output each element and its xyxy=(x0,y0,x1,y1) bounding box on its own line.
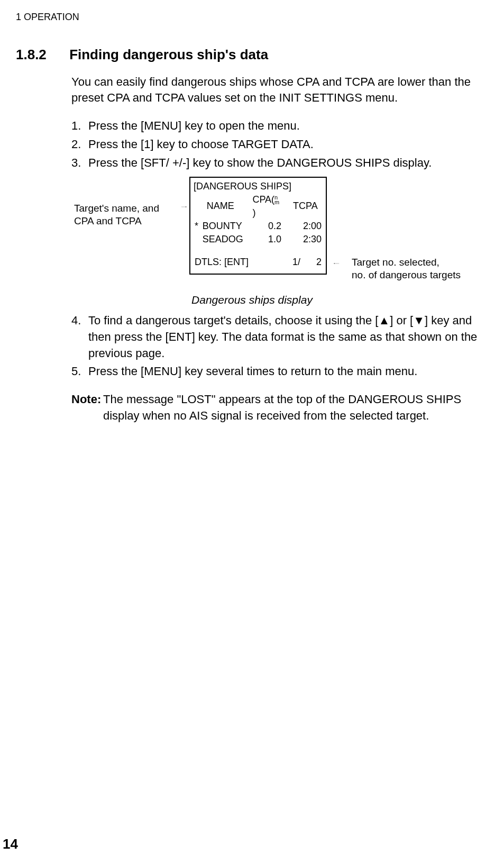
table-header-row: NAME CPA(nm) TCPA xyxy=(194,193,323,220)
intro-paragraph: You can easily find dangerous ships whos… xyxy=(71,74,488,107)
header-cpa: CPA(nm) xyxy=(251,193,292,220)
chapter-header: 1 OPERATION xyxy=(16,11,488,24)
cpa-unit: nm xyxy=(274,195,279,205)
footer-pages: 1/ 2 xyxy=(292,256,322,269)
screen-title: [DANGEROUS SHIPS] xyxy=(194,180,323,193)
list-item: 1. Press the [MENU] key to open the menu… xyxy=(71,118,488,134)
list-item: 5. Press the [MENU] key several times to… xyxy=(71,363,488,380)
step-number: 4. xyxy=(71,313,88,361)
dangerous-ships-screen: [DANGEROUS SHIPS] NAME CPA(nm) TCPA * BO… xyxy=(189,177,327,275)
note-text: The message "LOST" appears at the top of… xyxy=(103,392,488,424)
step-number: 3. xyxy=(71,155,88,171)
footer-page: 1/ xyxy=(292,257,300,267)
arrow-right-icon xyxy=(323,263,350,264)
callout-left-line1: Target's name, and xyxy=(74,203,159,214)
step-number: 1. xyxy=(71,118,88,134)
header-star xyxy=(194,193,201,220)
list-item: 3. Press the [SFT/ +/-] key to show the … xyxy=(71,155,488,171)
list-item: 4. To find a dangerous target's details,… xyxy=(71,313,488,361)
table-row: * BOUNTY 0.2 2:00 xyxy=(194,220,323,233)
header-tcpa: TCPA xyxy=(292,193,323,220)
svg-marker-1 xyxy=(186,206,187,207)
footer-dtls: DTLS: [ENT] xyxy=(195,256,249,269)
step-text: To find a dangerous target's details, ch… xyxy=(88,313,488,361)
cpa-post: ) xyxy=(252,207,255,218)
row-cpa: 1.0 xyxy=(251,233,292,246)
table-row: SEADOG 1.0 2:30 xyxy=(194,233,323,246)
cpa-pre: CPA( xyxy=(252,194,274,205)
figure-caption: Dangerous ships display xyxy=(16,292,488,307)
note-label: Note: xyxy=(71,392,103,424)
step-text: Press the [1] key to choose TARGET DATA. xyxy=(88,137,488,153)
screen-table: NAME CPA(nm) TCPA * BOUNTY 0.2 2:00 SEAD… xyxy=(194,193,323,247)
section-number: 1.8.2 xyxy=(16,45,66,64)
callout-left-line2: CPA and TCPA xyxy=(74,215,142,226)
screen-footer: DTLS: [ENT] 1/ 2 xyxy=(195,256,322,269)
row-name: SEADOG xyxy=(201,233,252,246)
page-number: 14 xyxy=(3,834,18,853)
footer-total: 2 xyxy=(316,257,322,267)
row-tcpa: 2:00 xyxy=(292,220,323,233)
callout-right-line2: no. of dangerous targets xyxy=(352,269,461,280)
section-heading: Finding dangerous ship's data xyxy=(69,45,268,64)
step-number: 5. xyxy=(71,363,88,380)
header-name: NAME xyxy=(201,193,252,220)
callout-right: Target no. selected, no. of dangerous ta… xyxy=(352,256,489,282)
step-number: 2. xyxy=(71,137,88,153)
callout-left: Target's name, and CPA and TCPA xyxy=(74,202,169,228)
step-text: Press the [SFT/ +/-] key to show the DAN… xyxy=(88,155,488,171)
note-block: Note: The message "LOST" appears at the … xyxy=(71,392,488,424)
row-tcpa: 2:30 xyxy=(292,233,323,246)
figure-wrapper: Target's name, and CPA and TCPA [DANGERO… xyxy=(16,177,488,288)
row-star xyxy=(194,233,201,246)
row-cpa: 0.2 xyxy=(251,220,292,233)
list-item: 2. Press the [1] key to choose TARGET DA… xyxy=(71,137,488,153)
section-title-row: 1.8.2 Finding dangerous ship's data xyxy=(16,45,488,64)
svg-marker-3 xyxy=(334,263,335,264)
unit-m: m xyxy=(274,200,279,205)
callout-right-line1: Target no. selected, xyxy=(352,257,439,268)
step-text: Press the [MENU] key several times to re… xyxy=(88,363,488,380)
row-star: * xyxy=(194,220,201,233)
step-text: Press the [MENU] key to open the menu. xyxy=(88,118,488,134)
row-name: BOUNTY xyxy=(201,220,252,233)
